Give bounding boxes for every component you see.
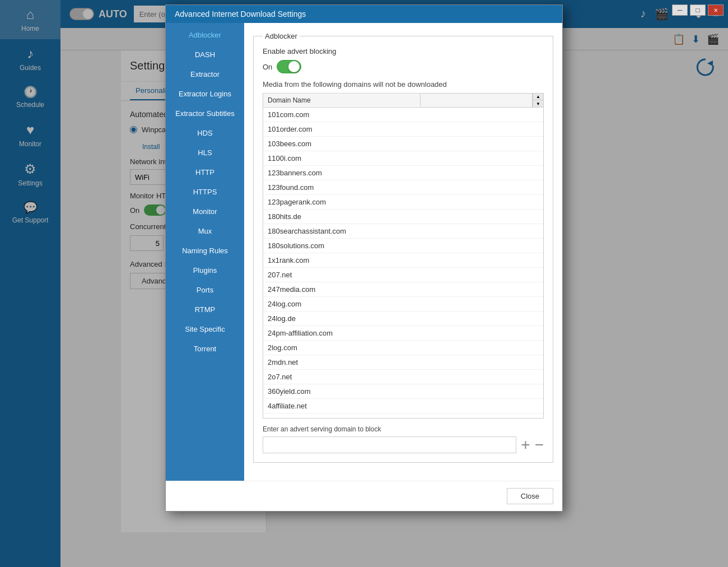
modal-titlebar: Advanced Internet Download Settings ─ □ …	[166, 5, 562, 23]
close-window-button[interactable]: ✕	[708, 4, 724, 16]
domain-list[interactable]: 101com.com 101order.com 103bees.com 1100…	[263, 108, 544, 419]
nav-item-hds[interactable]: HDS	[166, 123, 244, 143]
list-item[interactable]: 24pm-affiliation.com	[263, 326, 543, 341]
nav-item-extractor[interactable]: Extractor	[166, 64, 244, 84]
list-item[interactable]: 123found.com	[263, 180, 543, 195]
list-item[interactable]: 101com.com	[263, 108, 543, 122]
nav-item-adblocker[interactable]: Adblocker	[166, 25, 244, 45]
modal-wrapper: Advanced Internet Download Settings ─ □ …	[0, 0, 728, 567]
modal-content: Adblocker Enable advert blocking On Medi…	[244, 23, 562, 481]
domain-column-header: Domain Name	[263, 94, 421, 106]
remove-domain-button[interactable]: −	[535, 437, 544, 453]
modal-title: Advanced Internet Download Settings	[175, 10, 306, 18]
enable-toggle-row: On	[263, 60, 544, 73]
list-item[interactable]: 2log.com	[263, 341, 543, 355]
adblocker-toggle[interactable]	[277, 60, 301, 73]
list-item[interactable]: 103bees.com	[263, 137, 543, 151]
domain-desc: Media from the following domains will no…	[263, 80, 544, 89]
scroll-up[interactable]: ▲	[533, 94, 543, 100]
list-item[interactable]: 180hits.de	[263, 210, 543, 224]
domain-list-header: Domain Name ▲ ▼	[263, 93, 544, 108]
maximize-button[interactable]: □	[690, 4, 706, 16]
nav-item-ports[interactable]: Ports	[166, 280, 244, 300]
list-item[interactable]: 2o7.net	[263, 370, 543, 384]
enable-section: Enable advert blocking On	[263, 47, 544, 73]
list-item[interactable]: 4d5.net	[263, 413, 543, 419]
modal-container: Advanced Internet Download Settings ─ □ …	[165, 4, 563, 512]
modal-footer: Close	[166, 481, 562, 511]
list-item[interactable]: 207.net	[263, 268, 543, 282]
nav-item-site-specific[interactable]: Site Specific	[166, 319, 244, 339]
adblocker-legend: Adblocker	[263, 32, 300, 40]
list-item[interactable]: 24log.com	[263, 297, 543, 312]
list-item[interactable]: 1100i.com	[263, 151, 543, 166]
list-item[interactable]: 247media.com	[263, 282, 543, 297]
nav-item-dash[interactable]: DASH	[166, 45, 244, 64]
add-domain-button[interactable]: +	[521, 437, 530, 453]
nav-item-hls[interactable]: HLS	[166, 143, 244, 162]
nav-item-monitor[interactable]: Monitor	[166, 202, 244, 221]
list-item[interactable]: 1x1rank.com	[263, 253, 543, 268]
add-domain-input[interactable]	[263, 436, 516, 453]
on-label: On	[263, 63, 272, 71]
nav-item-mux[interactable]: Mux	[166, 221, 244, 241]
add-domain-label: Enter an advert serving domain to block	[263, 425, 544, 433]
nav-item-rtmp[interactable]: RTMP	[166, 300, 244, 319]
list-item[interactable]: 123pagerank.com	[263, 195, 543, 210]
nav-item-naming-rules[interactable]: Naming Rules	[166, 241, 244, 261]
list-item[interactable]: 2mdn.net	[263, 355, 543, 370]
add-domain-row: + −	[263, 436, 544, 453]
scroll-down[interactable]: ▼	[533, 100, 543, 107]
list-item[interactable]: 123banners.com	[263, 166, 543, 180]
modal-nav: Adblocker DASH Extractor Extractor Login…	[166, 23, 244, 481]
nav-item-http[interactable]: HTTP	[166, 162, 244, 182]
list-item[interactable]: 4affiliate.net	[263, 399, 543, 413]
list-item[interactable]: 24log.de	[263, 312, 543, 326]
nav-item-plugins[interactable]: Plugins	[166, 261, 244, 280]
enable-label: Enable advert blocking	[263, 47, 544, 55]
nav-item-torrent[interactable]: Torrent	[166, 339, 244, 359]
list-item[interactable]: 180searchassistant.com	[263, 224, 543, 239]
nav-item-https[interactable]: HTTPS	[166, 182, 244, 202]
minimize-button[interactable]: ─	[672, 4, 688, 16]
nav-item-extractor-subtitles[interactable]: Extractor Subtitles	[166, 104, 244, 123]
modal-inner: Adblocker DASH Extractor Extractor Login…	[166, 23, 562, 481]
add-domain-section: Enter an advert serving domain to block …	[263, 425, 544, 453]
nav-item-extractor-logins[interactable]: Extractor Logins	[166, 84, 244, 104]
scroll-arrows: ▲ ▼	[533, 94, 543, 107]
list-item[interactable]: 360yield.com	[263, 384, 543, 399]
list-item[interactable]: 180solutions.com	[263, 239, 543, 253]
list-item[interactable]: 101order.com	[263, 122, 543, 137]
close-modal-button[interactable]: Close	[507, 488, 553, 504]
